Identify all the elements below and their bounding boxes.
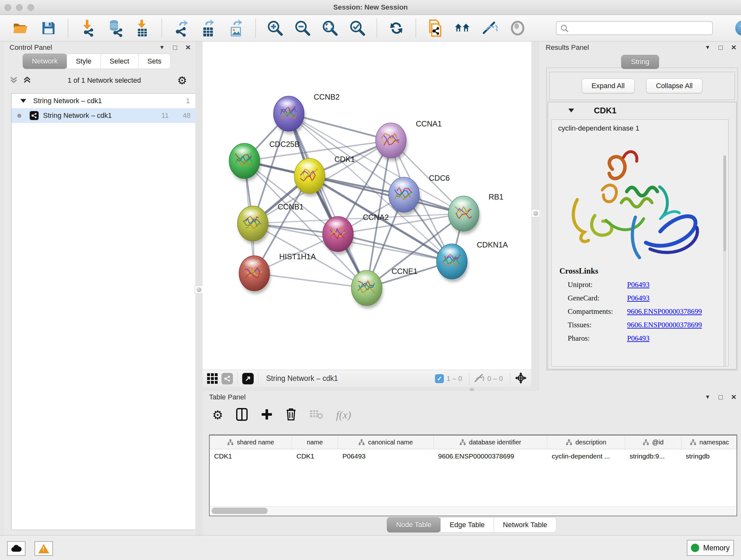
network-canvas[interactable]: CCNB2CCNA1CDC25BCDK1CDC6RB1CCNB1CCNA2CDK…: [203, 42, 531, 370]
delete-column-icon[interactable]: [286, 408, 296, 422]
right-splitter-handle[interactable]: [531, 209, 540, 217]
help-icon[interactable]: ?: [735, 20, 741, 36]
network-row[interactable]: String Network – cdk1 11 48: [11, 108, 198, 123]
maximize-panel-icon[interactable]: □: [719, 393, 723, 401]
hidden-eye-icon[interactable]: [474, 373, 485, 384]
left-splitter-handle[interactable]: [195, 286, 203, 294]
column-header[interactable]: @id: [625, 435, 681, 449]
node-gloss-highlight: [277, 98, 296, 109]
network-column-icon: [690, 439, 696, 445]
close-panel-icon[interactable]: ✕: [731, 44, 737, 52]
tab-sets[interactable]: Sets: [138, 54, 171, 69]
open-in-browser-icon[interactable]: [242, 373, 254, 384]
main-toolbar: ?: [0, 15, 741, 42]
export-network-icon[interactable]: [173, 19, 190, 37]
import-network-file-icon[interactable]: [79, 19, 96, 37]
table-cell[interactable]: CDK1: [210, 449, 292, 463]
table-row[interactable]: CDK1CDK1P064939606.ENSP00000378699cyclin…: [210, 449, 737, 463]
tab-string[interactable]: String: [621, 55, 659, 69]
crosslink-link[interactable]: P06493: [627, 281, 650, 289]
collection-collapse-icon[interactable]: [20, 99, 26, 103]
crosslink-link[interactable]: P06493: [627, 294, 650, 302]
column-header[interactable]: shared name: [210, 435, 292, 449]
crosslink-link[interactable]: 9606.ENSP00000378699: [627, 307, 702, 316]
network-column-icon: [643, 439, 649, 445]
table-cell[interactable]: cyclin-dependent ...: [547, 449, 625, 463]
float-panel-icon[interactable]: ▼: [705, 44, 711, 52]
column-header[interactable]: namespac: [681, 435, 738, 449]
cloud-status-icon[interactable]: [7, 541, 25, 556]
tab-network[interactable]: Network: [23, 54, 67, 69]
table-options-gear-icon[interactable]: ⚙: [212, 408, 223, 422]
float-panel-icon[interactable]: ▼: [705, 393, 711, 401]
network-collection-row[interactable]: String Network – cdk1 1: [11, 94, 198, 108]
zoom-out-icon[interactable]: [294, 19, 311, 37]
refresh-icon[interactable]: [388, 19, 405, 37]
export-image-icon[interactable]: [228, 19, 245, 37]
clone-network-icon[interactable]: [427, 19, 444, 37]
network-edge-CCNB2-CCNE1[interactable]: [289, 114, 367, 288]
export-table-icon[interactable]: [200, 19, 217, 37]
memory-button[interactable]: Memory: [687, 540, 734, 556]
function-builder-icon: f(x): [336, 409, 351, 421]
crosslink-link[interactable]: 9606.ENSP00000378699: [627, 321, 702, 329]
entry-collapse-icon[interactable]: [568, 109, 574, 112]
show-columns-icon[interactable]: [236, 408, 248, 422]
table-cell[interactable]: 9606.ENSP00000378699: [434, 449, 547, 463]
collection-label: String Network – cdk1: [33, 97, 102, 105]
string-view-icon[interactable]: [221, 373, 233, 384]
table-cell[interactable]: CDK1: [292, 449, 338, 463]
column-header[interactable]: canonical name: [338, 435, 434, 449]
network-options-gear-icon[interactable]: ⚙: [178, 74, 187, 87]
tab-select[interactable]: Select: [100, 54, 138, 69]
zoom-in-icon[interactable]: [267, 19, 283, 37]
table-cell[interactable]: P06493: [338, 449, 434, 463]
network-edge-HIST1H1A-CCNE1[interactable]: [254, 273, 367, 288]
column-header[interactable]: name: [292, 435, 338, 449]
table-cell[interactable]: stringdb: [681, 449, 738, 463]
node-gloss-highlight: [355, 273, 374, 283]
selected-count: 1 – 0: [447, 374, 462, 383]
warning-status-icon[interactable]: [35, 541, 53, 556]
results-panel: Results Panel ▼ □ ✕ String Expand All Co…: [539, 42, 741, 391]
collapse-all-networks-icon[interactable]: [10, 75, 18, 85]
crosslink-row: Pharos:P06493: [559, 334, 723, 343]
show-all-views-icon[interactable]: [455, 19, 471, 37]
collapse-all-button[interactable]: Collapse All: [646, 78, 703, 93]
expand-all-button[interactable]: Expand All: [582, 78, 635, 93]
column-header[interactable]: description: [547, 435, 625, 449]
birds-eye-view-icon[interactable]: [207, 373, 218, 384]
tab-network-table[interactable]: Network Table: [494, 517, 556, 533]
expand-all-networks-icon[interactable]: [23, 75, 31, 85]
zoom-selected-icon[interactable]: [349, 19, 366, 37]
close-panel-icon[interactable]: ✕: [731, 393, 737, 401]
results-scrollbar[interactable]: [723, 155, 726, 367]
import-table-icon[interactable]: [134, 19, 151, 37]
crosslink-link[interactable]: P06493: [627, 334, 650, 343]
selected-nodes-checkbox-icon[interactable]: ✓: [435, 374, 444, 383]
pan-crosshair-icon[interactable]: [515, 372, 527, 385]
maximize-panel-icon[interactable]: □: [173, 44, 177, 52]
save-session-icon[interactable]: [40, 19, 57, 37]
window-title: Session: New Session: [0, 0, 741, 15]
hide-selected-icon[interactable]: [482, 19, 498, 37]
import-network-database-icon[interactable]: [107, 19, 123, 37]
title-bar: Session: New Session: [0, 0, 741, 15]
add-column-icon[interactable]: [261, 408, 273, 422]
table-horizontal-scrollbar[interactable]: [210, 506, 736, 515]
maximize-panel-icon[interactable]: □: [719, 44, 723, 52]
search-input[interactable]: [556, 21, 713, 35]
table-cell[interactable]: stringdb:9...: [625, 449, 681, 463]
tab-edge-table[interactable]: Edge Table: [441, 517, 494, 533]
close-panel-icon[interactable]: ✕: [185, 44, 191, 52]
zoom-fit-icon[interactable]: [322, 19, 338, 37]
show-selected-icon[interactable]: [509, 19, 526, 37]
entry-description: cyclin-dependent kinase 1: [558, 124, 728, 132]
open-session-icon[interactable]: [13, 19, 29, 37]
float-panel-icon[interactable]: ▼: [159, 44, 165, 52]
edge-count: 48: [183, 111, 191, 120]
tab-style[interactable]: Style: [67, 54, 101, 69]
tab-node-table[interactable]: Node Table: [387, 517, 441, 533]
column-header[interactable]: database identifier: [434, 435, 547, 449]
hidden-count: 0 – 0: [487, 374, 503, 383]
